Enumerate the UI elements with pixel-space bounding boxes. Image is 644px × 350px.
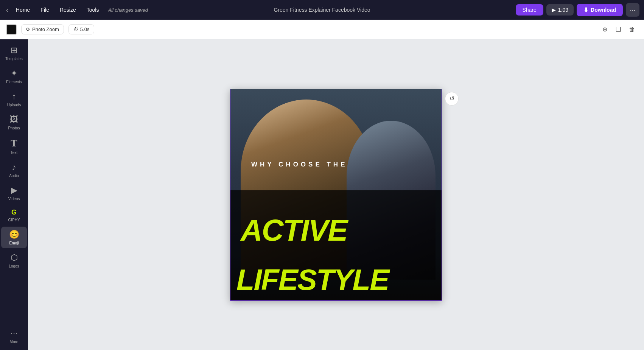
elements-icon: ✦ [11,68,17,78]
sidebar-item-emoji[interactable]: 😊 Emoji [1,227,27,248]
sidebar-label-audio: Audio [9,174,19,178]
play-icon: ▶ [552,7,556,13]
sidebar-item-videos[interactable]: ▶ Videos [1,182,27,204]
file-button[interactable]: File [36,5,54,15]
sidebar-label-uploads: Uploads [7,103,21,107]
topbar-right: Share ▶ 1:09 ⬇ Download ··· [516,3,640,17]
duration-icon: ⏱ [73,26,78,32]
canvas-area: WHY CHOOSE THE ACTIVE LIFESTYLE ↺ [28,39,644,350]
canvas-text-line1: WHY CHOOSE THE [251,161,347,168]
duration-value: 5.0s [80,26,90,32]
sidebar-label-more: More [10,340,19,344]
giphy-icon: G [11,208,17,216]
delete-button[interactable]: 🗑 [626,23,638,36]
download-label: Download [591,7,616,13]
canvas-refresh-button[interactable]: ↺ [445,92,459,106]
animation-button[interactable]: ⟳ Photo Zoom [21,24,64,34]
design-canvas[interactable]: WHY CHOOSE THE ACTIVE LIFESTYLE [230,89,442,301]
topbar: ‹ Home File Resize Tools All changes sav… [0,0,644,20]
add-page-icon: ⊕ [602,26,607,33]
color-swatch[interactable] [6,24,17,35]
sidebar-label-emoji: Emoji [9,241,19,245]
more-options-button[interactable]: ··· [626,3,639,17]
canvas-text-line3: LIFESTYLE [236,265,389,294]
sidebar-item-text[interactable]: T Text [1,135,27,158]
more-dots-icon: ··· [630,6,635,14]
animation-icon: ⟳ [26,26,30,32]
main-area: ⊞ Templates ✦ Elements ↑ Uploads 🖼 Photo… [0,39,644,350]
canvas-text-line2: ACTIVE [241,215,347,246]
duration-button[interactable]: ⏱ 5.0s [68,24,95,34]
audio-icon: ♪ [12,162,16,172]
sidebar-label-logos: Logos [9,264,19,268]
sidebar-item-more[interactable]: ··· More [1,325,27,347]
sidebar-item-uploads[interactable]: ↑ Uploads [1,89,27,110]
sidebar-item-templates[interactable]: ⊞ Templates [1,42,27,64]
canvas-container: WHY CHOOSE THE ACTIVE LIFESTYLE ↺ [230,89,442,301]
toolbar2-icons: ⊕ ❑ 🗑 [599,23,638,36]
duplicate-icon: ❑ [616,26,621,33]
more-icon: ··· [11,328,17,338]
document-title: Green Fitness Explainer Facebook Video [274,7,370,13]
download-button[interactable]: ⬇ Download [577,4,623,16]
second-toolbar: ⟳ Photo Zoom ⏱ 5.0s ⊕ ❑ 🗑 [0,20,644,39]
tools-button[interactable]: Tools [82,5,104,15]
sidebar-label-text: Text [11,151,17,155]
sidebar-item-giphy[interactable]: G GIPHY [1,205,27,225]
sidebar-item-elements[interactable]: ✦ Elements [1,65,27,87]
sidebar-item-photos[interactable]: 🖼 Photos [1,112,27,133]
back-button[interactable]: ‹ [5,4,10,16]
share-button[interactable]: Share [516,4,543,16]
animation-label: Photo Zoom [32,26,59,32]
play-timer-button[interactable]: ▶ 1:09 [546,4,574,16]
delete-icon: 🗑 [629,26,635,33]
sidebar-label-templates: Templates [5,57,23,61]
uploads-icon: ↑ [12,92,16,101]
sidebar-label-elements: Elements [6,80,22,84]
sidebar-item-logos[interactable]: ⬡ Logos [1,250,27,271]
duplicate-button[interactable]: ❑ [612,23,624,36]
autosave-status: All changes saved [108,7,148,13]
timer-value: 1:09 [558,7,568,13]
templates-icon: ⊞ [11,45,17,55]
logos-icon: ⬡ [11,253,18,263]
photos-icon: 🖼 [10,115,18,124]
home-button[interactable]: Home [11,5,34,15]
emoji-icon: 😊 [9,230,19,240]
sidebar-label-giphy: GIPHY [8,218,20,222]
sidebar-item-audio[interactable]: ♪ Audio [1,159,27,181]
sidebar-label-videos: Videos [8,197,20,201]
sidebar-label-photos: Photos [8,126,20,130]
videos-icon: ▶ [11,185,17,195]
resize-button[interactable]: Resize [55,5,81,15]
sidebar: ⊞ Templates ✦ Elements ↑ Uploads 🖼 Photo… [0,39,28,350]
download-icon: ⬇ [583,6,588,14]
add-page-button[interactable]: ⊕ [599,23,611,36]
text-icon: T [11,138,17,149]
